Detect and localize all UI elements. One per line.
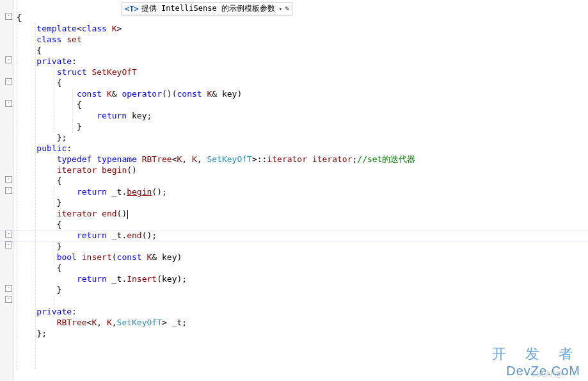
comment: //set的迭代器 [357,154,415,164]
paren-close-semi: ); [177,274,187,284]
fold-toggle[interactable]: - [5,231,12,238]
param-key: key [222,89,237,99]
colon: : [67,143,72,153]
comma: , [97,318,107,327]
brace: { [17,100,82,109]
brace: { [17,78,61,88]
colon: : [72,56,77,66]
angle-open: < [77,24,82,33]
keyword-private: private [36,56,72,66]
keyword-operator: operator [122,89,162,99]
type-iterator: iterator [57,165,97,175]
amp: & [112,89,122,99]
brace: { [17,220,61,229]
keyword-bool: bool [57,252,77,262]
angle-open: < [172,154,177,164]
type-setkeyoft: SetKeyOfT [207,154,251,164]
parens: () [117,209,127,218]
csdn-watermark: CSDN @ [530,369,562,378]
keyword-typename: typename [91,154,136,164]
type-k: K [107,318,112,327]
keyword-struct: struct [57,67,87,77]
semicolon: ; [182,318,187,327]
tooltip-text: 提供 IntelliSense 的示例模板参数 [141,3,275,14]
brace: { [17,176,61,186]
brace: }; [17,133,67,142]
angle-close: > [117,24,122,33]
func-begin: begin [97,165,127,175]
parens: () [127,165,137,175]
type-rbtree: RBTree [57,318,87,327]
angle-close: > [162,318,172,327]
type-k: K [192,154,197,164]
gutter: - - - - - - - - - - [0,0,14,381]
keyword-public: public [36,143,67,153]
parens-semi: (); [142,231,157,240]
text-caret [127,210,128,219]
fold-toggle[interactable]: - [5,100,12,107]
fold-toggle[interactable]: - [5,13,12,20]
parens-semi: (); [152,187,166,197]
fold-toggle[interactable]: - [5,176,12,183]
ident-key: key [127,111,147,120]
edit-icon[interactable]: ✎ [285,4,289,13]
fold-toggle[interactable]: - [5,285,12,292]
ident-t: _t [107,187,122,197]
paren-close: ) [177,252,182,262]
keyword-private: private [36,307,72,316]
semicolon: ; [147,111,152,120]
intellisense-tooltip[interactable]: <T> 提供 IntelliSense 的示例模板参数 ▾ ✎ [122,2,292,15]
ident-iterator: iterator [307,154,352,164]
class-name-set: set [61,35,81,44]
fold-toggle[interactable]: - [5,241,12,248]
type-param-k: K [107,24,117,33]
keyword-class: class [36,35,61,44]
func-insert: insert [77,252,112,262]
fold-toggle[interactable]: - [5,296,12,303]
keyword-const: const [77,89,102,99]
type-iterator: iterator [57,209,97,218]
struct-name: SetKeyOfT [87,67,137,77]
brace: } [17,285,61,295]
watermark-line1: 开 发 者 [492,345,580,364]
template-param-label: <T> [125,4,139,13]
brace: { [17,263,61,273]
fold-toggle[interactable]: - [5,187,12,194]
paren-open: ( [157,274,162,284]
paren-close: ) [237,89,242,99]
ident-t: _t [107,274,122,284]
member-t: _t [172,318,182,327]
brace: { [17,45,42,55]
comma: , [197,154,207,164]
brace: { [17,13,22,22]
fold-toggle[interactable]: - [5,78,12,85]
keyword-return: return [77,231,107,240]
keyword-template: template [36,24,77,33]
comma: , [182,154,192,164]
call-insert: Insert [127,274,157,284]
type-setkeyoft: SetKeyOfT [117,318,162,327]
keyword-const: const [177,89,202,99]
ident-iterator: iterator [267,154,307,164]
chevron-down-icon[interactable]: ▾ [279,6,282,12]
param-key: key [162,252,177,262]
keyword-return: return [77,274,107,284]
type-k: K [202,89,212,99]
brace: } [17,198,61,207]
colon: : [72,307,77,316]
scope: >:: [252,154,267,164]
ident-t: _t [107,231,122,240]
paren-open: ( [112,252,117,262]
comma: , [112,318,117,327]
keyword-typedef: typedef [57,154,92,164]
func-end: end [97,209,116,218]
call-begin: begin [127,187,152,197]
type-rbtree: RBTree [137,154,172,164]
amp: & [212,89,222,99]
amp: & [152,252,162,262]
code-editor[interactable]: { template<class K> class set { private:… [17,1,415,339]
brace: } [17,122,82,131]
type-k: K [142,252,152,262]
fold-toggle[interactable]: - [5,56,12,63]
keyword-return: return [97,111,127,120]
